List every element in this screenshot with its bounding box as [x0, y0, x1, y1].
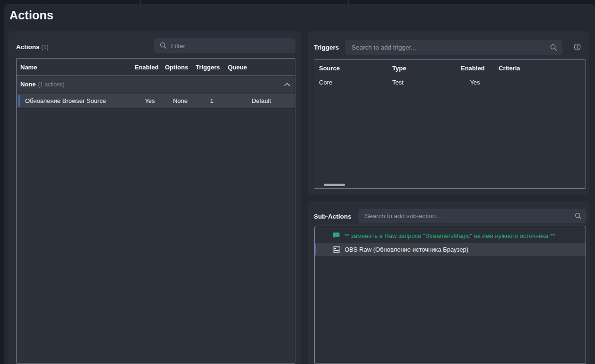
triggers-panel: Triggers Source Type Enabled Criteria Co…: [308, 31, 589, 195]
action-triggers: 1: [196, 97, 228, 104]
subaction-row[interactable]: OBS Raw (Обновление источника Браузер): [315, 243, 586, 256]
action-row[interactable]: Обновление Browser Source Yes None 1 Def…: [17, 93, 295, 108]
search-icon: [160, 42, 167, 49]
col-criteria: Criteria: [494, 65, 586, 72]
search-icon: [550, 44, 557, 51]
actions-table-header: Name Enabled Options Triggers Queue: [17, 59, 295, 76]
group-name: None: [20, 81, 36, 88]
subaction-text: OBS Raw (Обновление источника Браузер): [345, 246, 468, 253]
triggers-table: Source Type Enabled Criteria Core Test Y…: [314, 59, 586, 189]
subactions-list: ** заменить в Raw запросе "StreamersMagi…: [314, 226, 586, 364]
action-group-row[interactable]: None (1 actions): [17, 76, 295, 93]
comment-icon: [333, 232, 340, 239]
info-icon[interactable]: [574, 43, 581, 51]
group-count: (1 actions): [38, 81, 65, 88]
col-triggers: Triggers: [196, 64, 228, 71]
trigger-source: Core: [314, 79, 388, 86]
triggers-panel-title: Triggers: [314, 44, 339, 51]
search-icon: [575, 212, 582, 220]
trigger-enabled: Yes: [456, 79, 494, 86]
col-type: Type: [388, 65, 456, 72]
tab-divider: [140, 0, 141, 4]
col-enabled: Enabled: [456, 65, 494, 72]
col-options: Options: [165, 64, 196, 71]
page-title: Actions: [9, 8, 53, 22]
col-source: Source: [314, 65, 388, 72]
obs-raw-icon: [333, 246, 340, 253]
trigger-type: Test: [388, 79, 456, 86]
selection-accent-bar: [315, 244, 316, 255]
actions-panel-label: Actions (1): [16, 43, 49, 51]
tab-divider: [348, 0, 349, 4]
col-enabled: Enabled: [135, 64, 165, 71]
action-enabled: Yes: [135, 97, 165, 104]
col-queue: Queue: [228, 64, 295, 71]
actions-filter-input[interactable]: [154, 38, 295, 53]
trigger-row[interactable]: Core Test Yes: [314, 76, 586, 88]
tab-divider: [42, 0, 42, 4]
actions-panel: Actions (1) Name Enabled Options Trigger…: [8, 31, 302, 364]
subactions-panel: Sub-Actions ** заменить в Raw запросе "S…: [308, 201, 589, 364]
actions-table-empty-area: [17, 108, 295, 363]
window-tab-strip: [0, 0, 595, 4]
col-name: Name: [17, 64, 135, 71]
action-queue: Default: [228, 97, 295, 104]
subactions-panel-title: Sub-Actions: [314, 213, 352, 220]
selection-accent-bar: [18, 95, 20, 107]
subaction-comment-text: ** заменить в Raw запросе "StreamersMagi…: [345, 232, 555, 239]
chevron-up-icon: [284, 83, 290, 86]
subaction-search-input[interactable]: [358, 209, 586, 223]
triggers-table-header: Source Type Enabled Criteria: [314, 60, 586, 76]
subaction-comment-row[interactable]: ** заменить в Raw запросе "StreamersMagi…: [315, 229, 586, 242]
horizontal-scrollbar-thumb[interactable]: [324, 184, 345, 186]
trigger-search-input[interactable]: [345, 40, 562, 55]
actions-count: (1): [41, 44, 48, 51]
actions-panel-title: Actions: [16, 43, 40, 51]
actions-table: Name Enabled Options Triggers Queue None…: [16, 58, 295, 364]
action-options: None: [165, 97, 196, 104]
action-name: Обновление Browser Source: [17, 97, 135, 104]
